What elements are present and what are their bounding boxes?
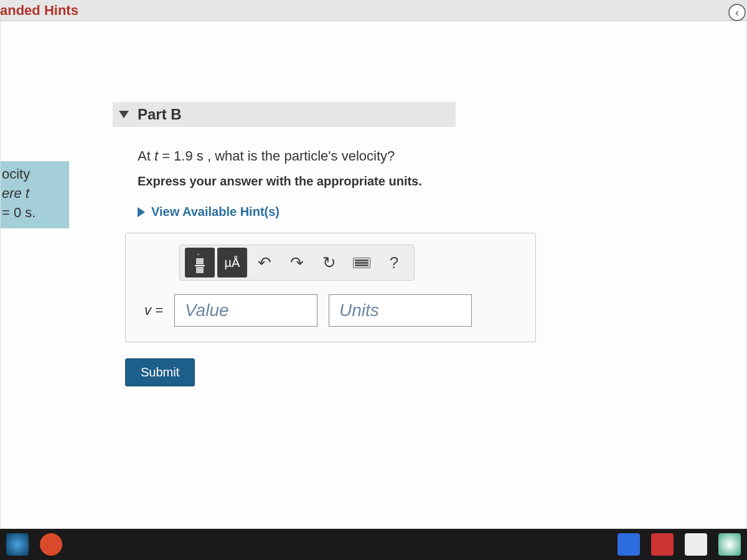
taskbar-app-icon[interactable]: [651, 533, 674, 556]
left-info-snippet: ocity ere t = 0 s.: [1, 161, 69, 228]
snippet-line: ere t: [2, 184, 65, 203]
mu-angstrom-icon: µÅ: [225, 256, 240, 270]
keyboard-icon: [353, 258, 370, 268]
question-mark-icon: ?: [390, 253, 398, 273]
next-circle-button[interactable]: ‹: [728, 4, 746, 21]
view-hints-link[interactable]: View Available Hint(s): [138, 205, 573, 219]
snippet-line: ocity: [2, 165, 65, 184]
content-area: ocity ere t = 0 s. Part B At t = 1.9 s ,…: [0, 21, 747, 529]
question-rest: what is the particle's velocity?: [215, 148, 395, 164]
fraction-icon: ▫: [195, 251, 205, 274]
units-placeholder: Units: [339, 301, 379, 320]
keyboard-button[interactable]: [347, 248, 377, 278]
equation-toolbar: ▫ µÅ ↶ ↷ ↻: [179, 245, 415, 281]
redo-icon: ↷: [290, 253, 304, 273]
hints-tab-title: anded Hints: [0, 2, 78, 19]
answer-box: ▫ µÅ ↶ ↷ ↻: [125, 233, 536, 342]
part-header[interactable]: Part B: [113, 102, 456, 127]
reset-button[interactable]: ↻: [314, 248, 344, 278]
value-placeholder: Value: [185, 301, 229, 320]
snippet-line: = 0 s.: [2, 203, 65, 223]
question-equals: = 1.9 s ,: [158, 148, 215, 164]
special-characters-button[interactable]: µÅ: [217, 248, 247, 278]
units-input[interactable]: Units: [329, 294, 472, 327]
taskbar-app-icon[interactable]: [6, 533, 29, 556]
taskbar: [0, 529, 747, 560]
submit-button[interactable]: Submit: [125, 358, 195, 386]
value-input[interactable]: Value: [174, 294, 317, 327]
answer-instruction: Express your answer with the appropriate…: [138, 174, 573, 189]
taskbar-app-icon[interactable]: [618, 533, 640, 556]
template-fraction-button[interactable]: ▫: [185, 248, 215, 278]
answer-input-row: v = Value Units: [144, 294, 523, 327]
question-text: At t = 1.9 s , what is the particle's ve…: [138, 148, 573, 164]
taskbar-app-icon[interactable]: [718, 533, 741, 556]
variable-label: v =: [144, 302, 163, 319]
chevron-left-icon: ‹: [735, 6, 739, 19]
taskbar-app-icon[interactable]: [40, 533, 62, 556]
undo-button[interactable]: ↶: [250, 248, 280, 278]
question-prefix: At: [138, 148, 154, 164]
part-title: Part B: [138, 106, 182, 123]
view-hints-label: View Available Hint(s): [151, 205, 280, 219]
redo-button[interactable]: ↷: [282, 248, 312, 278]
undo-icon: ↶: [258, 253, 271, 273]
reset-icon: ↻: [322, 253, 336, 273]
caret-right-icon: [138, 207, 145, 217]
main-panel: Part B At t = 1.9 s , what is the partic…: [113, 21, 573, 386]
help-button[interactable]: ?: [379, 248, 409, 278]
top-bar: anded Hints ‹: [0, 0, 747, 21]
caret-down-icon: [119, 111, 129, 118]
taskbar-app-icon[interactable]: [685, 533, 707, 556]
